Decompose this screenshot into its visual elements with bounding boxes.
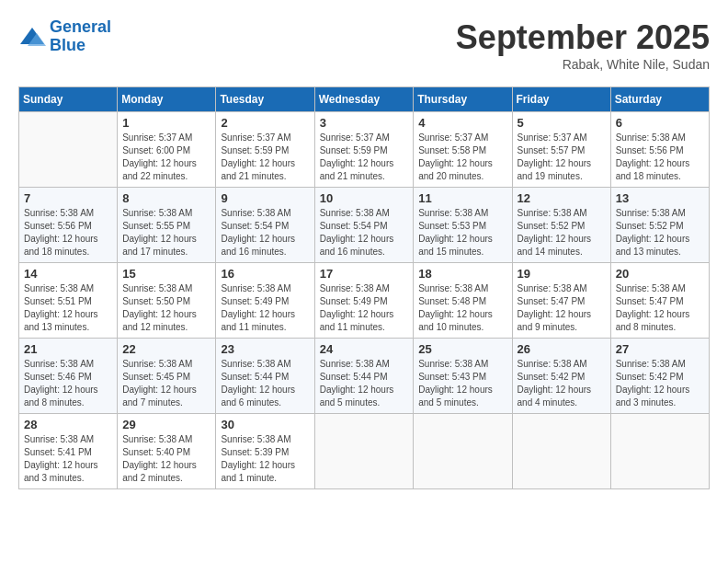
logo-line1: General bbox=[50, 17, 111, 36]
day-number: 3 bbox=[320, 116, 409, 130]
day-info: Sunrise: 5:38 AM Sunset: 5:53 PM Dayligh… bbox=[418, 207, 506, 259]
day-number: 29 bbox=[122, 418, 210, 431]
day-info: Sunrise: 5:38 AM Sunset: 5:45 PM Dayligh… bbox=[122, 358, 210, 409]
calendar-table: SundayMondayTuesdayWednesdayThursdayFrid… bbox=[18, 86, 710, 489]
day-info: Sunrise: 5:38 AM Sunset: 5:48 PM Dayligh… bbox=[418, 282, 506, 334]
calendar-cell: 6Sunrise: 5:38 AM Sunset: 5:56 PM Daylig… bbox=[610, 112, 709, 188]
calendar-cell bbox=[314, 414, 414, 489]
day-number: 1 bbox=[122, 116, 210, 130]
day-number: 10 bbox=[320, 191, 409, 205]
calendar-cell: 11Sunrise: 5:38 AM Sunset: 5:53 PM Dayli… bbox=[414, 188, 512, 263]
day-number: 17 bbox=[320, 267, 409, 281]
day-info: Sunrise: 5:38 AM Sunset: 5:42 PM Dayligh… bbox=[518, 358, 606, 409]
day-info: Sunrise: 5:38 AM Sunset: 5:51 PM Dayligh… bbox=[24, 282, 112, 334]
month-year: September 2025 bbox=[456, 18, 710, 57]
calendar-cell: 7Sunrise: 5:38 AM Sunset: 5:56 PM Daylig… bbox=[19, 188, 118, 263]
day-info: Sunrise: 5:38 AM Sunset: 5:44 PM Dayligh… bbox=[320, 358, 409, 409]
day-info: Sunrise: 5:38 AM Sunset: 5:56 PM Dayligh… bbox=[616, 132, 704, 183]
day-info: Sunrise: 5:38 AM Sunset: 5:46 PM Dayligh… bbox=[24, 358, 112, 409]
calendar-cell bbox=[512, 414, 610, 489]
day-number: 2 bbox=[221, 116, 309, 130]
calendar-cell: 25Sunrise: 5:38 AM Sunset: 5:43 PM Dayli… bbox=[414, 339, 512, 414]
column-header-thursday: Thursday bbox=[414, 87, 512, 112]
calendar-week-row: 28Sunrise: 5:38 AM Sunset: 5:41 PM Dayli… bbox=[19, 414, 710, 489]
day-info: Sunrise: 5:38 AM Sunset: 5:44 PM Dayligh… bbox=[221, 358, 309, 409]
calendar-cell: 17Sunrise: 5:38 AM Sunset: 5:49 PM Dayli… bbox=[314, 263, 414, 339]
day-number: 24 bbox=[320, 342, 409, 356]
calendar-cell: 30Sunrise: 5:38 AM Sunset: 5:39 PM Dayli… bbox=[216, 414, 314, 489]
calendar-cell: 9Sunrise: 5:38 AM Sunset: 5:54 PM Daylig… bbox=[216, 188, 314, 263]
calendar-cell: 24Sunrise: 5:38 AM Sunset: 5:44 PM Dayli… bbox=[314, 339, 414, 414]
day-info: Sunrise: 5:38 AM Sunset: 5:42 PM Dayligh… bbox=[616, 358, 704, 409]
day-number: 28 bbox=[24, 418, 112, 431]
column-header-tuesday: Tuesday bbox=[216, 87, 314, 112]
day-number: 9 bbox=[221, 191, 309, 205]
calendar-week-row: 14Sunrise: 5:38 AM Sunset: 5:51 PM Dayli… bbox=[19, 263, 710, 339]
calendar-cell bbox=[19, 112, 118, 188]
calendar-cell: 10Sunrise: 5:38 AM Sunset: 5:54 PM Dayli… bbox=[314, 188, 414, 263]
calendar-cell: 23Sunrise: 5:38 AM Sunset: 5:44 PM Dayli… bbox=[216, 339, 314, 414]
column-header-wednesday: Wednesday bbox=[314, 87, 414, 112]
calendar-week-row: 21Sunrise: 5:38 AM Sunset: 5:46 PM Dayli… bbox=[19, 339, 710, 414]
day-info: Sunrise: 5:38 AM Sunset: 5:43 PM Dayligh… bbox=[418, 358, 506, 409]
day-number: 22 bbox=[122, 342, 210, 356]
column-header-sunday: Sunday bbox=[19, 87, 118, 112]
day-info: Sunrise: 5:38 AM Sunset: 5:41 PM Dayligh… bbox=[24, 433, 112, 485]
day-number: 20 bbox=[616, 267, 704, 281]
logo-text: General Blue bbox=[50, 18, 111, 55]
day-number: 7 bbox=[24, 191, 112, 205]
day-info: Sunrise: 5:38 AM Sunset: 5:47 PM Dayligh… bbox=[616, 282, 704, 334]
day-number: 26 bbox=[518, 342, 606, 356]
day-info: Sunrise: 5:38 AM Sunset: 5:52 PM Dayligh… bbox=[518, 207, 606, 259]
day-number: 4 bbox=[418, 116, 506, 130]
calendar-cell: 2Sunrise: 5:37 AM Sunset: 5:59 PM Daylig… bbox=[216, 112, 314, 188]
day-number: 30 bbox=[221, 418, 309, 431]
day-number: 12 bbox=[518, 191, 606, 205]
day-number: 23 bbox=[221, 342, 309, 356]
title-block: September 2025 Rabak, White Nile, Sudan bbox=[456, 18, 710, 72]
calendar-cell: 19Sunrise: 5:38 AM Sunset: 5:47 PM Dayli… bbox=[512, 263, 610, 339]
day-info: Sunrise: 5:38 AM Sunset: 5:52 PM Dayligh… bbox=[616, 207, 704, 259]
day-info: Sunrise: 5:38 AM Sunset: 5:47 PM Dayligh… bbox=[518, 282, 606, 334]
day-info: Sunrise: 5:38 AM Sunset: 5:39 PM Dayligh… bbox=[221, 433, 309, 485]
day-info: Sunrise: 5:38 AM Sunset: 5:49 PM Dayligh… bbox=[221, 282, 309, 334]
day-info: Sunrise: 5:38 AM Sunset: 5:56 PM Dayligh… bbox=[24, 207, 112, 259]
column-header-friday: Friday bbox=[512, 87, 610, 112]
day-info: Sunrise: 5:37 AM Sunset: 5:58 PM Dayligh… bbox=[418, 132, 506, 183]
calendar-cell: 26Sunrise: 5:38 AM Sunset: 5:42 PM Dayli… bbox=[512, 339, 610, 414]
day-number: 16 bbox=[221, 267, 309, 281]
day-number: 5 bbox=[518, 116, 606, 130]
day-number: 15 bbox=[122, 267, 210, 281]
day-number: 14 bbox=[24, 267, 112, 281]
day-info: Sunrise: 5:37 AM Sunset: 5:57 PM Dayligh… bbox=[518, 132, 606, 183]
day-number: 25 bbox=[418, 342, 506, 356]
page-header: General Blue September 2025 Rabak, White… bbox=[18, 18, 710, 72]
day-number: 27 bbox=[616, 342, 704, 356]
day-info: Sunrise: 5:38 AM Sunset: 5:54 PM Dayligh… bbox=[320, 207, 409, 259]
day-info: Sunrise: 5:38 AM Sunset: 5:49 PM Dayligh… bbox=[320, 282, 409, 334]
day-info: Sunrise: 5:37 AM Sunset: 5:59 PM Dayligh… bbox=[221, 132, 309, 183]
calendar-cell: 1Sunrise: 5:37 AM Sunset: 6:00 PM Daylig… bbox=[118, 112, 216, 188]
column-header-monday: Monday bbox=[118, 87, 216, 112]
calendar-cell bbox=[610, 414, 709, 489]
day-number: 21 bbox=[24, 342, 112, 356]
calendar-cell: 14Sunrise: 5:38 AM Sunset: 5:51 PM Dayli… bbox=[19, 263, 118, 339]
calendar-cell: 21Sunrise: 5:38 AM Sunset: 5:46 PM Dayli… bbox=[19, 339, 118, 414]
calendar-week-row: 1Sunrise: 5:37 AM Sunset: 6:00 PM Daylig… bbox=[19, 112, 710, 188]
calendar-cell: 16Sunrise: 5:38 AM Sunset: 5:49 PM Dayli… bbox=[216, 263, 314, 339]
calendar-week-row: 7Sunrise: 5:38 AM Sunset: 5:56 PM Daylig… bbox=[19, 188, 710, 263]
calendar-cell: 20Sunrise: 5:38 AM Sunset: 5:47 PM Dayli… bbox=[610, 263, 709, 339]
calendar-cell: 5Sunrise: 5:37 AM Sunset: 5:57 PM Daylig… bbox=[512, 112, 610, 188]
day-info: Sunrise: 5:37 AM Sunset: 5:59 PM Dayligh… bbox=[320, 132, 409, 183]
day-info: Sunrise: 5:38 AM Sunset: 5:54 PM Dayligh… bbox=[221, 207, 309, 259]
day-number: 18 bbox=[418, 267, 506, 281]
day-info: Sunrise: 5:38 AM Sunset: 5:55 PM Dayligh… bbox=[122, 207, 210, 259]
calendar-cell bbox=[414, 414, 512, 489]
day-number: 19 bbox=[518, 267, 606, 281]
day-number: 13 bbox=[616, 191, 704, 205]
calendar-cell: 29Sunrise: 5:38 AM Sunset: 5:40 PM Dayli… bbox=[118, 414, 216, 489]
location: Rabak, White Nile, Sudan bbox=[456, 57, 710, 72]
day-number: 6 bbox=[616, 116, 704, 130]
logo-line2: Blue bbox=[50, 36, 85, 54]
calendar-cell: 27Sunrise: 5:38 AM Sunset: 5:42 PM Dayli… bbox=[610, 339, 709, 414]
